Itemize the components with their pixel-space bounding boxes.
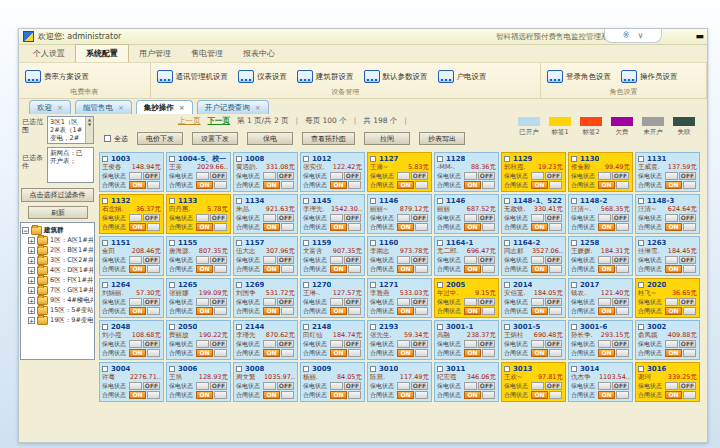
- off-state[interactable]: OFF: [411, 172, 428, 180]
- off-state[interactable]: OFF: [344, 256, 361, 264]
- toggle-track[interactable]: [665, 256, 678, 264]
- toggle-track[interactable]: [482, 349, 495, 357]
- next-page-link[interactable]: 下一页: [208, 116, 231, 126]
- tree-item[interactable]: + 15区：5#变站（3#: [28, 305, 93, 315]
- meter-checkbox[interactable]: [638, 240, 644, 246]
- off-state[interactable]: OFF: [143, 172, 160, 180]
- meter-checkbox[interactable]: [303, 366, 309, 372]
- meter-checkbox[interactable]: [571, 198, 577, 204]
- toggle-track[interactable]: [665, 340, 678, 348]
- off-state[interactable]: OFF: [478, 382, 495, 390]
- off-state[interactable]: OFF: [679, 340, 696, 348]
- toggle-track[interactable]: [147, 391, 160, 399]
- toggle-track[interactable]: [683, 349, 696, 357]
- meter-card[interactable]: 1271 李雅燕 533.03元 保电状态 OFF 合闸状态: [367, 278, 432, 318]
- meter-checkbox[interactable]: [169, 198, 175, 204]
- meter-card[interactable]: 1265 张丽娜 199.09元 保电状态 OFF 合闸状态: [166, 278, 231, 318]
- meter-checkbox[interactable]: [437, 240, 443, 246]
- on-state[interactable]: ON: [263, 307, 280, 315]
- toggle-track[interactable]: [616, 265, 629, 273]
- meter-checkbox[interactable]: [102, 366, 108, 372]
- tree-item[interactable]: + 4区：D区1#井（D区: [28, 265, 93, 275]
- off-state[interactable]: OFF: [545, 256, 562, 264]
- on-state[interactable]: ON: [330, 181, 347, 189]
- toggle-track[interactable]: [129, 256, 142, 264]
- meter-card[interactable]: 3004 许骞 2276.71.. 保电状态 OFF 合闸状态: [99, 362, 164, 402]
- toolbar-button[interactable]: 电价下发: [137, 132, 183, 145]
- off-state[interactable]: OFF: [679, 256, 696, 264]
- expand-icon[interactable]: +: [28, 297, 35, 304]
- toggle-track[interactable]: [263, 382, 276, 390]
- off-state[interactable]: OFF: [679, 214, 696, 222]
- on-state[interactable]: ON: [598, 307, 615, 315]
- meter-checkbox[interactable]: [370, 282, 376, 288]
- meter-checkbox[interactable]: [102, 156, 108, 162]
- meter-card[interactable]: 1130 侯金毅 99.49元 保电状态 OFF 合闸状态: [568, 152, 633, 192]
- meter-checkbox[interactable]: [638, 198, 644, 204]
- meter-checkbox[interactable]: [370, 156, 376, 162]
- on-state[interactable]: ON: [129, 307, 146, 315]
- meter-checkbox[interactable]: [638, 324, 644, 330]
- selected-condition-box[interactable]: 新网点：已开户表；: [47, 147, 94, 183]
- ribbon-button[interactable]: 通讯管理机设置: [155, 69, 231, 84]
- toggle-track[interactable]: [616, 223, 629, 231]
- toggle-track[interactable]: [482, 181, 495, 189]
- menu-item[interactable]: 报表中心: [233, 45, 285, 62]
- off-state[interactable]: OFF: [277, 382, 294, 390]
- on-state[interactable]: ON: [263, 349, 280, 357]
- toggle-track[interactable]: [263, 172, 276, 180]
- meter-card[interactable]: 1269 刘国争 531.72元 保电状态 OFF 合闸状态: [233, 278, 298, 318]
- on-state[interactable]: ON: [129, 391, 146, 399]
- on-state[interactable]: ON: [263, 223, 280, 231]
- toolbar-button[interactable]: 拉闸: [364, 132, 410, 145]
- ribbon-button[interactable]: 操作员设置: [619, 69, 680, 84]
- toggle-track[interactable]: [598, 214, 611, 222]
- toggle-track[interactable]: [482, 307, 495, 315]
- toggle-track[interactable]: [549, 307, 562, 315]
- meter-checkbox[interactable]: [236, 282, 242, 288]
- toggle-track[interactable]: [263, 340, 276, 348]
- meter-checkbox[interactable]: [370, 198, 376, 204]
- meter-checkbox[interactable]: [169, 366, 175, 372]
- toggle-track[interactable]: [464, 298, 477, 306]
- toggle-track[interactable]: [464, 256, 477, 264]
- on-state[interactable]: ON: [665, 265, 682, 273]
- meter-card[interactable]: 1008 黄遇韵. 331.08元 保电状态 OFF 合闸状态: [233, 152, 298, 192]
- meter-card[interactable]: 1270 王琳-. 127.57元 保电状态 OFF 合闸状态: [300, 278, 365, 318]
- off-state[interactable]: OFF: [545, 340, 562, 348]
- meter-checkbox[interactable]: [437, 324, 443, 330]
- toggle-track[interactable]: [196, 340, 209, 348]
- meter-checkbox[interactable]: [303, 156, 309, 162]
- toggle-track[interactable]: [196, 256, 209, 264]
- off-state[interactable]: OFF: [679, 382, 696, 390]
- off-state[interactable]: OFF: [344, 172, 361, 180]
- meter-checkbox[interactable]: [504, 240, 510, 246]
- off-state[interactable]: OFF: [478, 340, 495, 348]
- meter-card[interactable]: 3002 俞凤娥 409.88元 保电状态 OFF 合闸状态: [635, 320, 700, 360]
- off-state[interactable]: OFF: [411, 214, 428, 222]
- toggle-track[interactable]: [616, 307, 629, 315]
- toggle-track[interactable]: [531, 382, 544, 390]
- on-state[interactable]: ON: [330, 307, 347, 315]
- meter-checkbox[interactable]: [437, 198, 443, 204]
- meter-card[interactable]: 1128 -MM-. 88.36元 保电状态 OFF 合闸状态: [434, 152, 499, 192]
- off-state[interactable]: OFF: [545, 214, 562, 222]
- toggle-track[interactable]: [683, 391, 696, 399]
- meter-card[interactable]: 2005 午过中. 9.15元 保电状态 OFF 合闸状态: [434, 278, 499, 318]
- meter-card[interactable]: 3010 陈晨. 117.49元 保电状态 OFF 合闸状态: [367, 362, 432, 402]
- meter-checkbox[interactable]: [571, 282, 577, 288]
- off-state[interactable]: OFF: [545, 382, 562, 390]
- toggle-track[interactable]: [263, 256, 276, 264]
- meter-card[interactable]: 1134 朱品. 921.63元 保电状态 OFF 合闸状态: [233, 194, 298, 234]
- off-state[interactable]: OFF: [143, 382, 160, 390]
- toggle-track[interactable]: [330, 172, 343, 180]
- toggle-track[interactable]: [415, 223, 428, 231]
- expand-icon[interactable]: +: [28, 257, 35, 264]
- on-state[interactable]: ON: [196, 391, 213, 399]
- toggle-track[interactable]: [397, 256, 410, 264]
- on-state[interactable]: ON: [263, 181, 280, 189]
- toggle-track[interactable]: [348, 391, 361, 399]
- toolbar-button[interactable]: 保电: [247, 132, 293, 145]
- toggle-track[interactable]: [415, 349, 428, 357]
- toggle-track[interactable]: [665, 298, 678, 306]
